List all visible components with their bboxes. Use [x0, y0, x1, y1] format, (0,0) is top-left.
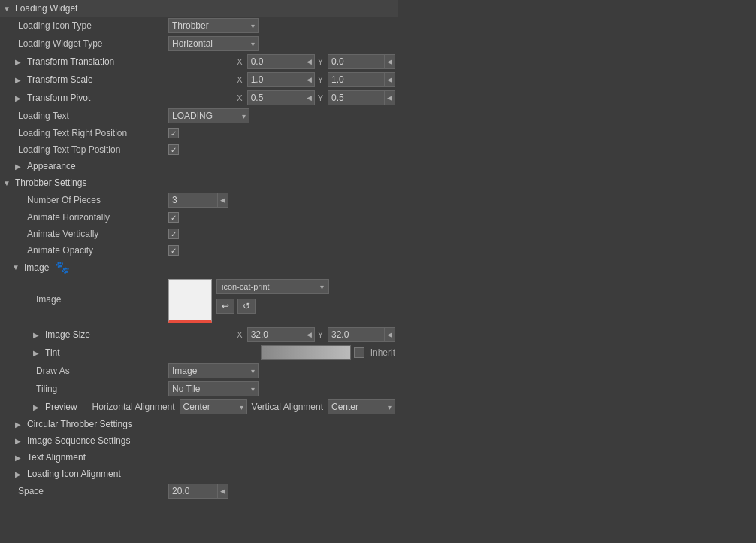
image-name-row: icon-cat-print ▾	[216, 279, 329, 294]
loading-text-label: Loading Text	[3, 111, 168, 121]
tiling-controls: No Tile ▾	[168, 381, 395, 396]
throbber-settings-toggle: ▼	[3, 179, 12, 187]
row-text-alignment[interactable]: ▶ Text Alignment	[0, 449, 398, 466]
row-loading-icon-type: Loading Icon Type Throbber ▾	[0, 17, 398, 35]
pivot-y-label: Y	[318, 93, 323, 102]
animate-horizontally-checkbox[interactable]	[168, 212, 179, 223]
animate-vertically-label: Animate Vertically	[3, 229, 168, 239]
tint-bar[interactable]	[261, 345, 351, 360]
scale-x-input[interactable]: 1.0 ◀	[247, 72, 315, 87]
space-controls: 20.0 ◀	[168, 484, 395, 499]
row-loading-text-top-position: Loading Text Top Position	[0, 141, 398, 158]
section-image[interactable]: ▼ Image 🐾	[0, 259, 398, 276]
row-animate-opacity: Animate Opacity	[0, 242, 398, 259]
circular-throbber-toggle: ▶	[15, 420, 24, 429]
animate-opacity-label: Animate Opacity	[3, 245, 168, 256]
image-name-button[interactable]: icon-cat-print ▾	[216, 279, 329, 294]
pivot-x-input[interactable]: 0.5 ◀	[247, 90, 315, 105]
loading-icon-type-dropdown[interactable]: Throbber ▾	[168, 18, 259, 33]
tint-toggle: ▶	[33, 349, 42, 357]
scale-y-label: Y	[318, 75, 323, 84]
image-preview	[168, 279, 212, 323]
row-loading-text: Loading Text LOADING ▾	[0, 107, 398, 125]
pivot-x-label: X	[237, 93, 242, 102]
tiling-arrow: ▾	[246, 385, 255, 393]
translation-y-label: Y	[318, 57, 323, 66]
circular-throbber-label: Circular Throbber Settings	[27, 419, 132, 429]
loading-widget-toggle-icon: ▼	[3, 5, 12, 13]
animate-vertically-checkbox[interactable]	[168, 229, 179, 239]
scale-y-input[interactable]: 1.0 ◀	[328, 72, 395, 87]
image-size-x-label: X	[237, 330, 242, 339]
loading-text-value: LOADING	[172, 111, 213, 121]
preview-toggle: ▶	[33, 403, 42, 411]
tint-inherit-checkbox[interactable]	[354, 347, 364, 358]
row-appearance[interactable]: ▶ Appearance	[0, 158, 398, 174]
row-loading-icon-alignment[interactable]: ▶ Loading Icon Alignment	[0, 466, 398, 482]
loading-widget-label: Loading Widget	[15, 3, 77, 14]
image-refresh-button[interactable]: ↺	[237, 299, 256, 314]
image-size-x-input[interactable]: 32.0 ◀	[247, 327, 315, 342]
loading-icon-alignment-label: Loading Icon Alignment	[27, 469, 121, 479]
loading-text-right-pos-label: Loading Text Right Position	[3, 128, 168, 138]
animate-vertically-controls	[168, 229, 395, 239]
pivot-y-input[interactable]: 0.5 ◀	[328, 90, 395, 105]
image-reset-button[interactable]: ↩	[216, 299, 234, 314]
draw-as-label: Draw As	[3, 366, 168, 376]
loading-icon-type-value: Throbber	[172, 20, 209, 31]
image-size-y-input[interactable]: 32.0 ◀	[328, 327, 395, 342]
loading-text-arrow: ▾	[237, 112, 246, 120]
row-preview[interactable]: ▶ Preview Horizontal Alignment Center ▾ …	[0, 398, 398, 416]
translation-x-input[interactable]: 0.0 ◀	[247, 54, 315, 69]
loading-text-top-pos-controls	[168, 144, 395, 155]
tint-inherit-label: Inherit	[370, 347, 395, 358]
image-name-value: icon-cat-print	[222, 282, 270, 291]
h-alignment-value: Center	[183, 402, 210, 412]
row-transform-pivot[interactable]: ▶ Transform Pivot X 0.5 ◀ Y 0.5 ◀	[0, 89, 398, 107]
row-image-size[interactable]: ▶ Image Size X 32.0 ◀ Y 32.0 ◀	[0, 326, 398, 344]
h-alignment-dropdown[interactable]: Center ▾	[180, 399, 247, 414]
row-image-sequence-settings[interactable]: ▶ Image Sequence Settings	[0, 432, 398, 449]
number-of-pieces-controls: 3 ◀	[168, 193, 395, 208]
image-selector: icon-cat-print ▾ ↩ ↺	[216, 279, 329, 314]
row-image-child: Image icon-cat-print ▾ ↩ ↺	[0, 276, 398, 326]
loading-text-right-pos-controls	[168, 128, 395, 138]
row-tint[interactable]: ▶ Tint Inherit	[0, 344, 398, 362]
draw-as-dropdown[interactable]: Image ▾	[168, 363, 259, 378]
translation-y-input[interactable]: 0.0 ◀	[328, 54, 395, 69]
tiling-dropdown[interactable]: No Tile ▾	[168, 381, 259, 396]
row-animate-horizontally: Animate Horizontally	[0, 209, 398, 226]
row-transform-translation[interactable]: ▶ Transform Translation X 0.0 ◀ Y 0.0 ◀	[0, 53, 398, 71]
throbber-settings-label: Throbber Settings	[15, 177, 86, 188]
row-circular-throbber-settings[interactable]: ▶ Circular Throbber Settings	[0, 416, 398, 432]
loading-text-top-pos-label: Loading Text Top Position	[3, 144, 168, 155]
loading-text-right-pos-checkbox[interactable]	[168, 128, 179, 138]
transform-pivot-toggle: ▶	[15, 94, 24, 102]
image-sequence-label: Image Sequence Settings	[27, 435, 130, 446]
loading-text-top-pos-checkbox[interactable]	[168, 144, 179, 155]
space-input[interactable]: 20.0 ◀	[168, 484, 228, 499]
image-btn-arrow: ▾	[320, 283, 324, 291]
image-size-label: Image Size	[45, 329, 90, 340]
loading-icon-type-arrow: ▾	[246, 22, 255, 30]
row-transform-scale[interactable]: ▶ Transform Scale X 1.0 ◀ Y 1.0 ◀	[0, 71, 398, 89]
loading-icon-type-label: Loading Icon Type	[3, 20, 168, 31]
v-alignment-dropdown[interactable]: Center ▾	[328, 399, 395, 414]
image-label: Image	[24, 262, 49, 273]
animate-horizontally-label: Animate Horizontally	[3, 212, 168, 223]
section-throbber-settings[interactable]: ▼ Throbber Settings	[0, 174, 398, 191]
animate-horizontally-controls	[168, 212, 395, 223]
loading-widget-type-value: Horizontal	[172, 38, 213, 49]
text-alignment-label: Text Alignment	[27, 452, 86, 463]
animate-opacity-controls	[168, 245, 395, 256]
image-sequence-toggle: ▶	[15, 437, 24, 445]
number-of-pieces-input[interactable]: 3 ◀	[168, 193, 228, 208]
loading-widget-type-arrow: ▾	[246, 40, 255, 48]
row-tiling: Tiling No Tile ▾	[0, 380, 398, 398]
left-panel: ▼ Loading Widget Loading Icon Type Throb…	[0, 0, 398, 543]
loading-text-dropdown[interactable]: LOADING ▾	[168, 108, 249, 123]
v-alignment-value: Center	[331, 402, 358, 412]
loading-widget-type-dropdown[interactable]: Horizontal ▾	[168, 36, 259, 51]
animate-opacity-checkbox[interactable]	[168, 245, 179, 256]
section-loading-widget[interactable]: ▼ Loading Widget	[0, 0, 398, 17]
